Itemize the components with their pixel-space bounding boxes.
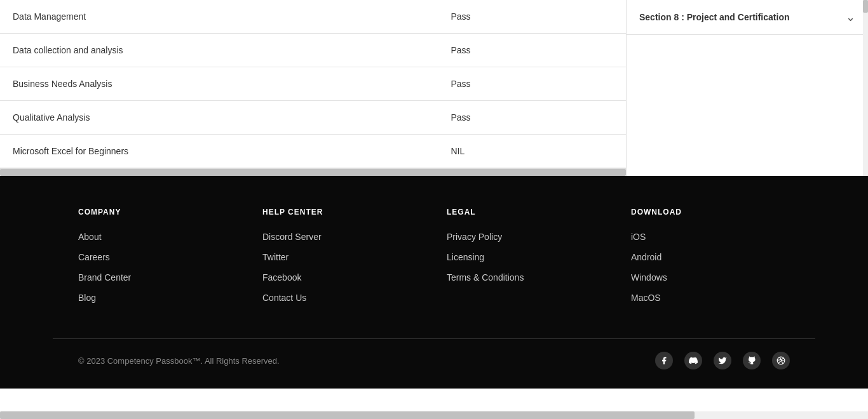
dribbble-icon[interactable] [772, 352, 790, 369]
footer-link-privacy-policy[interactable]: Privacy Policy [447, 232, 606, 242]
discord-icon[interactable] [684, 352, 702, 369]
row-name: Data collection and analysis [0, 34, 438, 67]
footer-link-facebook[interactable]: Facebook [262, 272, 421, 283]
table-row: Business Needs Analysis Pass [0, 67, 626, 101]
table-h-scrollbar[interactable] [0, 168, 626, 176]
row-status: Pass [438, 34, 627, 67]
row-name: Data Management [0, 0, 438, 34]
facebook-icon[interactable] [655, 352, 673, 369]
footer-link-contact-us[interactable]: Contact Us [262, 293, 421, 303]
twitter-icon[interactable] [714, 352, 731, 369]
chevron-down-icon: ⌄ [846, 10, 855, 24]
main-content: Data Management Pass Data collection and… [0, 0, 868, 176]
footer-column-company: COMPANYAboutCareersBrand CenterBlog [78, 208, 237, 313]
row-status: Pass [438, 0, 627, 34]
table-section: Data Management Pass Data collection and… [0, 0, 627, 176]
footer-columns: COMPANYAboutCareersBrand CenterBlogHELP … [53, 208, 815, 313]
section8-item[interactable]: Section 8 : Project and Certification ⌄ [627, 0, 868, 35]
github-icon[interactable] [743, 352, 761, 369]
footer-link-blog[interactable]: Blog [78, 293, 237, 303]
footer-link-ios[interactable]: iOS [631, 232, 790, 242]
footer-social-icons [655, 352, 790, 369]
footer-link-careers[interactable]: Careers [78, 252, 237, 262]
footer-link-discord-server[interactable]: Discord Server [262, 232, 421, 242]
sidebar-scrollbar-thumb[interactable] [863, 0, 868, 13]
data-table: Data Management Pass Data collection and… [0, 0, 626, 168]
footer-link-macos[interactable]: MacOS [631, 293, 790, 303]
footer-column-title-3: DOWNLOAD [631, 208, 790, 216]
table-row: Data collection and analysis Pass [0, 34, 626, 67]
section8-title: Section 8 : Project and Certification [639, 12, 839, 22]
footer-column-title-0: COMPANY [78, 208, 237, 216]
footer-column-title-2: LEGAL [447, 208, 606, 216]
footer-link-about[interactable]: About [78, 232, 237, 242]
footer-link-terms-&-conditions[interactable]: Terms & Conditions [447, 272, 606, 283]
footer-column-legal: LEGALPrivacy PolicyLicensingTerms & Cond… [447, 208, 606, 313]
footer-link-windows[interactable]: Windows [631, 272, 790, 283]
footer: COMPANYAboutCareersBrand CenterBlogHELP … [0, 176, 868, 389]
footer-column-help-center: HELP CENTERDiscord ServerTwitterFacebook… [262, 208, 421, 313]
footer-column-title-1: HELP CENTER [262, 208, 421, 216]
footer-copyright: © 2023 Competency Passbook™. All Rights … [78, 356, 280, 366]
row-status: NIL [438, 135, 627, 168]
table-row: Qualitative Analysis Pass [0, 101, 626, 135]
table-h-scrollbar-thumb[interactable] [0, 169, 626, 176]
row-status: Pass [438, 67, 627, 101]
footer-bottom: © 2023 Competency Passbook™. All Rights … [53, 338, 815, 369]
footer-link-licensing[interactable]: Licensing [447, 252, 606, 262]
footer-link-brand-center[interactable]: Brand Center [78, 272, 237, 283]
row-name: Qualitative Analysis [0, 101, 438, 135]
table-row: Microsoft Excel for Beginners NIL [0, 135, 626, 168]
sidebar-section: Section 8 : Project and Certification ⌄ [627, 0, 868, 176]
footer-column-download: DOWNLOADiOSAndroidWindowsMacOS [631, 208, 790, 313]
row-status: Pass [438, 101, 627, 135]
row-name: Business Needs Analysis [0, 67, 438, 101]
table-row: Data Management Pass [0, 0, 626, 34]
sidebar-v-scrollbar[interactable] [863, 0, 868, 176]
footer-link-android[interactable]: Android [631, 252, 790, 262]
footer-link-twitter[interactable]: Twitter [262, 252, 421, 262]
row-name: Microsoft Excel for Beginners [0, 135, 438, 168]
